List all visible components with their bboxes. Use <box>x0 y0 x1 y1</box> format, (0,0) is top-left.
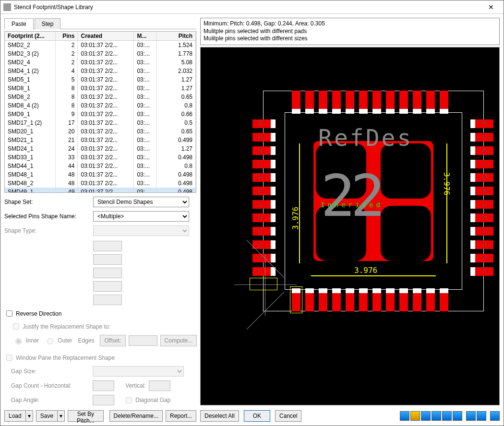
gap-size-row: Gap Size: <box>11 366 196 377</box>
gap-size-label: Gap Size: <box>11 368 93 375</box>
table-row[interactable]: SMD2_4203:01:37 2/2...03:...5.08 <box>5 58 196 67</box>
window-pane-row: Window Pane the Replacement Shape <box>4 353 196 362</box>
inner-label: Inner <box>26 337 39 344</box>
table-row[interactable]: SMD24_12403:01:37 2/2...03:...1.27 <box>5 144 196 153</box>
table-row[interactable]: SMD5_1503:01:37 2/2...03:...1.27 <box>5 75 196 84</box>
save-caret-icon[interactable]: ▾ <box>57 410 65 422</box>
ok-button[interactable]: OK <box>244 410 270 422</box>
tool-icon-6[interactable] <box>453 411 462 421</box>
selected-pins-label: Selected Pins Shape Name: <box>4 213 93 220</box>
justify-row: Justify the Replacement Shape to: <box>11 322 196 331</box>
justify-checkbox <box>13 323 19 330</box>
shape-set-row: Shape Set: Stencil Demo Shapes <box>4 197 196 207</box>
app-icon <box>3 3 11 11</box>
window-title: Stencil Footprint/Shape Library <box>14 4 481 11</box>
param-input-3 <box>93 268 122 278</box>
gap-count-row: Gap Count - Horizontal: Vertical: <box>11 380 196 391</box>
selected-pins-select[interactable]: <Multiple> <box>93 211 189 222</box>
save-button[interactable]: Save <box>36 410 57 422</box>
tool-icon-3[interactable] <box>421 411 431 421</box>
left-panel: Paste Step Footprint (2... Pins Created … <box>4 18 196 422</box>
tool-icon-4[interactable] <box>432 411 441 421</box>
gap-angle-row: Gap Angle: Diagonal Gap <box>11 395 196 405</box>
inner-radio <box>15 338 22 344</box>
col-pins[interactable]: Pins <box>55 32 78 41</box>
shape-set-select[interactable]: Stencil Demo Shapes <box>93 197 189 207</box>
table-row[interactable]: SMD8_2803:01:37 2/2...03:...0.65 <box>5 93 196 101</box>
diagonal-gap-checkbox <box>126 397 132 403</box>
param-input-5 <box>93 295 122 305</box>
load-button[interactable]: Load <box>4 410 25 422</box>
cancel-button[interactable]: Cancel <box>275 410 301 422</box>
selected-pins-row: Selected Pins Shape Name: <Multiple> <box>4 211 196 222</box>
table-row[interactable]: SMD44_14403:01:37 2/2...03:...0.8 <box>5 162 196 170</box>
tab-paste[interactable]: Paste <box>4 18 34 29</box>
reverse-direction-row: Reverse Direction <box>4 309 196 318</box>
gap-count-h-input <box>93 380 114 391</box>
tab-step[interactable]: Step <box>35 18 61 29</box>
shape-type-row: Shape Type: <box>4 225 196 236</box>
gap-angle-input <box>93 395 114 405</box>
tool-icon-2[interactable] <box>410 411 420 421</box>
info-line-2: Mulitple pins selected with different pa… <box>204 28 496 36</box>
content: Paste Step Footprint (2... Pins Created … <box>0 14 504 426</box>
toolbar-icons <box>399 411 500 421</box>
info-line-1: Minimum: Pitch: 0.498, Gap: 0.244, Area:… <box>204 20 496 28</box>
table-row[interactable]: SMD4_1 (2)403:01:37 2/2...03:...2.032 <box>5 67 196 75</box>
table-row[interactable]: SMD20_12003:01:37 2/2...03:...0.65 <box>5 127 196 136</box>
table-row[interactable]: SMD21_12103:01:37 2/2...03:...0.499 <box>5 136 196 144</box>
gap-count-v-input <box>149 380 170 391</box>
window-pane-checkbox <box>6 355 12 361</box>
param-input-2 <box>93 254 122 265</box>
outer-label: Outer <box>58 337 72 344</box>
deselect-all-button[interactable]: Deselect All <box>200 410 239 422</box>
reverse-direction-label: Reverse Direction <box>16 310 61 317</box>
right-button-row: Deselect All OK Cancel <box>200 407 500 422</box>
table-row[interactable]: SMD2_2203:01:37 2/2...03:...1.524 <box>5 41 196 50</box>
reverse-direction-checkbox[interactable] <box>6 310 12 317</box>
diagonal-gap-label: Diagonal Gap <box>135 397 170 403</box>
col-modified[interactable]: M... <box>134 32 156 41</box>
main-window: Stencil Footprint/Shape Library ✕ Paste … <box>0 0 504 426</box>
table-row[interactable]: SMD33_13303:01:37 2/2...03:...0.498 <box>5 153 196 162</box>
gap-count-v-label: Vertical: <box>117 382 146 389</box>
table-row[interactable]: SMD9_1903:01:37 2/2...03:...0.66 <box>5 110 196 118</box>
tool-icon-5[interactable] <box>442 411 452 421</box>
table-row[interactable]: SMD8_4 (2)803:01:37 2/2...03:...0.8 <box>5 101 196 110</box>
table-row[interactable]: SMD2_3 (2)203:01:37 2/2...03:...1.778 <box>5 49 196 58</box>
left-button-row: Load ▾ Save ▾ Set By Pitch... Delete/Ren… <box>4 407 196 422</box>
footprint-preview[interactable]: RefDes22Inherited20191817161514131211109… <box>200 47 500 405</box>
col-pitch[interactable]: Pitch <box>156 32 196 41</box>
tool-icon-9[interactable] <box>490 411 500 421</box>
titlebar: Stencil Footprint/Shape Library ✕ <box>0 0 504 14</box>
table-row[interactable]: SMD49_14903:01:37 2/2...03:...0.498 <box>5 188 196 193</box>
table-row[interactable]: SMD48_24803:01:37 2/2...03:...0.498 <box>5 179 196 188</box>
tool-icon-7[interactable] <box>466 411 476 421</box>
inner-outer-row: Inner Outer Edges Offset: Compute... <box>13 335 196 346</box>
compute-button: Compute... <box>160 335 197 346</box>
footprint-table[interactable]: Footprint (2... Pins Created M... Pitch … <box>4 31 196 193</box>
shape-type-select <box>93 225 189 236</box>
tool-icon-1[interactable] <box>400 411 409 421</box>
param-input-1 <box>93 241 122 251</box>
load-caret-icon[interactable]: ▾ <box>25 410 33 422</box>
param-input-4 <box>93 281 122 292</box>
close-icon[interactable]: ✕ <box>481 3 501 11</box>
delete-rename-button[interactable]: Delete/Rename... <box>109 410 163 422</box>
report-button[interactable]: Report... <box>166 410 196 422</box>
gap-count-h-label: Gap Count - Horizontal: <box>11 382 93 389</box>
load-split: Load ▾ <box>4 410 33 422</box>
gap-angle-label: Gap Angle: <box>11 397 93 403</box>
table-row[interactable]: SMD8_1803:01:37 2/2...03:...1.27 <box>5 84 196 93</box>
window-pane-label: Window Pane the Replacement Shape <box>16 355 115 361</box>
set-by-pitch-button[interactable]: Set By Pitch... <box>68 410 104 422</box>
col-created[interactable]: Created <box>78 32 134 41</box>
table-row[interactable]: SMD48_14803:01:37 2/2...03:...0.498 <box>5 170 196 179</box>
table-row[interactable]: SMD17_1 (2)1703:01:37 2/2...03:...0.5 <box>5 118 196 127</box>
offset-button: Offset: <box>100 335 125 346</box>
tool-icon-8[interactable] <box>477 411 486 421</box>
col-footprint[interactable]: Footprint (2... <box>5 32 55 41</box>
save-split: Save ▾ <box>36 410 65 422</box>
info-box: Minimum: Pitch: 0.498, Gap: 0.244, Area:… <box>200 18 500 45</box>
shape-type-label: Shape Type: <box>4 227 93 234</box>
